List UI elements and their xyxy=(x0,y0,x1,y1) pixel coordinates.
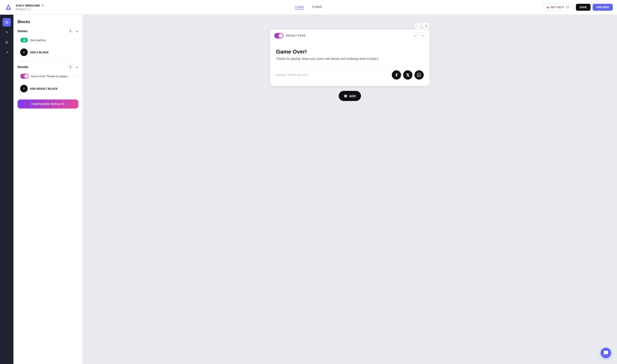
info-icon[interactable]: i xyxy=(28,8,31,11)
results-count: 1 xyxy=(68,65,73,69)
blocks-title: Blocks xyxy=(18,20,78,24)
edit-title-icon[interactable]: ✎ xyxy=(41,4,44,7)
get-help-label: GET HELP xyxy=(550,6,564,9)
title-text: DAILY MINIGAME xyxy=(16,4,40,7)
main-layout: ⊞ ✎ ⚙ ↗ Blocks Games 1 ▲ ▦ Slot machine … xyxy=(0,15,617,364)
slot-machine-icon: ▦ xyxy=(20,38,28,42)
canvas-tools: ⋮⋮ ☰ xyxy=(270,23,430,29)
sidebar-item-edit[interactable]: ✎ xyxy=(2,28,11,37)
games-count: 1 xyxy=(68,29,73,33)
share-icons xyxy=(392,70,424,79)
results-label: Results xyxy=(18,65,28,69)
undo-button[interactable]: ↩ xyxy=(412,33,418,39)
header-nav: Create Publish xyxy=(295,5,322,10)
results-chevron[interactable]: ▲ xyxy=(75,65,78,69)
nav-publish[interactable]: Publish xyxy=(312,5,322,10)
sidebar-item-blocks[interactable]: ⊞ xyxy=(2,18,11,26)
whatsapp-icon xyxy=(417,73,421,77)
add-block-icon: + xyxy=(20,49,28,56)
results-section-header: Results 1 ▲ xyxy=(18,65,78,69)
get-help-icon: ◈ xyxy=(546,5,549,9)
result-title: Game Over! xyxy=(276,49,424,55)
result-card-header: 🔖 RESULT PAGE ↩ ↪ xyxy=(270,29,430,42)
add-block-label: ADD A BLOCK xyxy=(30,51,49,54)
logo-icon xyxy=(4,3,13,12)
games-label: Games xyxy=(18,29,27,33)
configure-results-button[interactable]: CONFIGURE RESULTS xyxy=(18,100,78,108)
layout-tool[interactable]: ☰ xyxy=(423,23,430,29)
result-block-menu[interactable]: ··· xyxy=(73,74,76,78)
get-help-button[interactable]: ◈ GET HELP ⌘K xyxy=(543,3,574,11)
header: DAILY MINIGAME ✎ Minigame i Create Publi… xyxy=(0,0,617,15)
sidebar-item-settings[interactable]: ⚙ xyxy=(2,38,11,47)
blocks-panel: Blocks Games 1 ▲ ▦ Slot machine ··· + AD… xyxy=(13,15,83,364)
add-block-item[interactable]: + ADD A BLOCK xyxy=(18,46,78,58)
subtitle: Minigame i xyxy=(16,8,44,11)
bookmark-icon: 🔖 xyxy=(276,34,279,36)
result-subtitle: Thanks for playing! Share your score wit… xyxy=(276,57,424,60)
twitter-x-icon xyxy=(406,73,410,77)
facebook-icon xyxy=(394,73,398,77)
app-title: DAILY MINIGAME ✎ xyxy=(16,4,44,7)
add-button-label: ADD xyxy=(349,94,356,98)
icon-sidebar: ⊞ ✎ ⚙ ↗ xyxy=(0,15,13,364)
sidebar-item-share[interactable]: ↗ xyxy=(2,48,11,57)
add-result-block-icon: + xyxy=(20,85,28,92)
result-page-toggle[interactable]: 🔖 xyxy=(274,33,283,39)
section-divider xyxy=(18,62,78,62)
result-toggle-icon: 🔖 xyxy=(20,74,29,79)
chat-icon xyxy=(603,350,608,355)
whatsapp-share-button[interactable] xyxy=(414,70,424,79)
result-block-item[interactable]: 🔖 Game Over! Thanks for playin... ··· xyxy=(18,71,78,81)
chat-button[interactable] xyxy=(601,348,611,358)
result-card-body: Game Over! Thanks for playing! Share you… xyxy=(270,42,430,86)
add-button[interactable]: ⊕ ADD xyxy=(339,91,361,101)
games-section-header: Games 1 ▲ xyxy=(18,29,78,33)
get-help-shortcut: ⌘K xyxy=(565,6,570,9)
preview-button[interactable]: PREVIEW xyxy=(593,4,613,11)
share-label: SHARE YOUR RESULT xyxy=(276,74,309,77)
slot-machine-menu[interactable]: ··· xyxy=(73,38,76,42)
header-actions: ◈ GET HELP ⌘K SAVE PREVIEW xyxy=(543,3,613,11)
add-result-block-label: ADD RESULT BLOCK xyxy=(30,87,58,90)
result-page-label: RESULT PAGE xyxy=(286,34,410,37)
facebook-share-button[interactable] xyxy=(392,70,401,79)
twitter-share-button[interactable] xyxy=(403,70,412,79)
undo-redo-controls: ↩ ↪ xyxy=(412,33,425,39)
nav-create[interactable]: Create xyxy=(295,5,304,10)
title-group: DAILY MINIGAME ✎ Minigame i xyxy=(16,4,44,11)
add-button-icon: ⊕ xyxy=(344,93,347,98)
redo-button[interactable]: ↪ xyxy=(420,33,425,39)
slot-machine-label: Slot machine xyxy=(30,39,71,42)
canvas: ⋮⋮ ☰ 🔖 RESULT PAGE ↩ ↪ Game Over! Thanks… xyxy=(83,15,617,364)
add-result-block-item[interactable]: + ADD RESULT BLOCK xyxy=(18,83,78,94)
result-block-label: Game Over! Thanks for playin... xyxy=(31,75,71,78)
save-button[interactable]: SAVE xyxy=(576,4,591,11)
result-page-card: 🔖 RESULT PAGE ↩ ↪ Game Over! Thanks for … xyxy=(270,29,430,86)
logo[interactable] xyxy=(4,3,13,12)
subtitle-text: Minigame xyxy=(16,8,27,11)
games-chevron[interactable]: ▲ xyxy=(75,29,78,33)
slot-machine-block[interactable]: ▦ Slot machine ··· xyxy=(18,36,78,45)
grid-tool[interactable]: ⋮⋮ xyxy=(414,23,421,29)
share-row: SHARE YOUR RESULT xyxy=(276,67,424,79)
